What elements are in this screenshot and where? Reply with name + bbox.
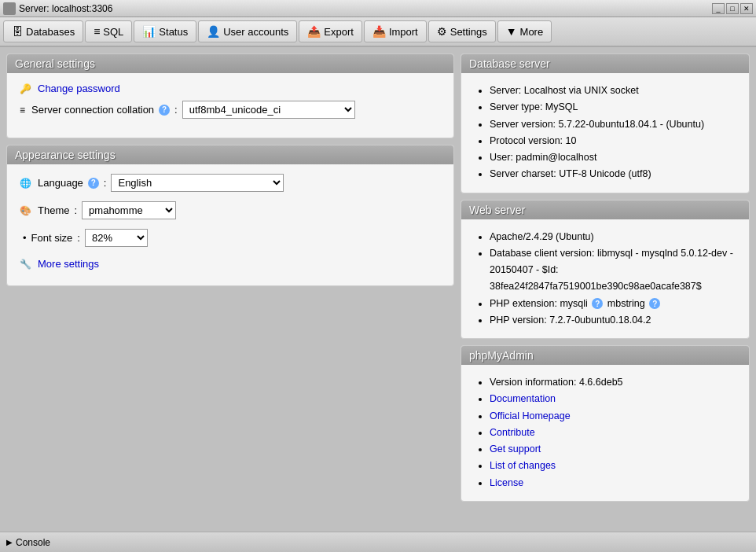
list-item: Documentation bbox=[490, 391, 736, 407]
collation-select[interactable]: utf8mb4_unicode_ci utf8_general_ci latin… bbox=[182, 101, 355, 119]
phpmyadmin-header: phpMyAdmin bbox=[461, 346, 749, 365]
nav-sql[interactable]: ≡ SQL bbox=[85, 20, 132, 42]
theme-select[interactable]: pmahomme original metro bbox=[82, 201, 176, 219]
main-content: General settings 🔑 Change password ≡ Ser… bbox=[0, 47, 756, 532]
database-server-section: Database server Server: Localhost via UN… bbox=[461, 53, 750, 193]
collation-help-icon[interactable]: ? bbox=[159, 105, 170, 116]
nav-more-label: More bbox=[520, 26, 544, 38]
web-server-header: Web server bbox=[461, 201, 749, 219]
phpmyadmin-body: Version information: 4.6.6deb5 Documenta… bbox=[461, 365, 749, 501]
list-item: License bbox=[490, 475, 736, 491]
key-icon: 🔑 bbox=[20, 83, 31, 94]
general-settings-body: 🔑 Change password ≡ Server connection co… bbox=[7, 73, 453, 138]
more-settings-link[interactable]: More settings bbox=[38, 258, 99, 270]
left-panel: General settings 🔑 Change password ≡ Ser… bbox=[6, 53, 454, 525]
appearance-settings-section: Appearance settings 🌐 Language ? : Engli… bbox=[6, 145, 454, 286]
web-server-list: Apache/2.4.29 (Ubuntu) Database client v… bbox=[474, 229, 736, 329]
db-icon bbox=[12, 25, 23, 38]
list-item: Server charset: UTF-8 Unicode (utf8) bbox=[490, 166, 736, 182]
web-server-title: Web server bbox=[469, 204, 525, 216]
nav-export[interactable]: 📤 Export bbox=[299, 20, 362, 42]
mbstring-help-icon[interactable]: ? bbox=[649, 298, 660, 309]
bullet: • bbox=[23, 232, 27, 244]
console-bar[interactable]: ▶ Console bbox=[0, 532, 756, 552]
official-homepage-link[interactable]: Official Homepage bbox=[490, 410, 571, 421]
nav-settings[interactable]: ⚙ Settings bbox=[428, 20, 496, 42]
phpmyadmin-section: phpMyAdmin Version information: 4.6.6deb… bbox=[461, 345, 750, 502]
sql-icon: ≡ bbox=[94, 25, 100, 38]
server-collation-icon: ≡ bbox=[20, 105, 25, 116]
wrench-icon: 🔧 bbox=[20, 259, 31, 270]
nav-more[interactable]: ▼ More bbox=[497, 20, 552, 42]
console-triangle-icon: ▶ bbox=[6, 538, 13, 546]
nav-import[interactable]: 📥 Import bbox=[364, 20, 427, 42]
settings-icon: ⚙ bbox=[437, 25, 447, 38]
list-item: PHP extension: mysqli ? mbstring ? bbox=[490, 296, 736, 312]
fontsize-label: Font size bbox=[31, 232, 73, 244]
fontsize-row: • Font size : 72% 82% 92% 100% 110% bbox=[23, 229, 441, 247]
language-row: 🌐 Language ? : English French German Spa… bbox=[20, 174, 441, 192]
window-controls: _ □ ✕ bbox=[712, 3, 753, 14]
web-server-section: Web server Apache/2.4.29 (Ubuntu) Databa… bbox=[461, 200, 750, 340]
language-help-icon[interactable]: ? bbox=[88, 178, 99, 189]
maximize-button[interactable]: □ bbox=[726, 3, 739, 14]
database-server-header: Database server bbox=[461, 54, 749, 73]
change-password-row: 🔑 Change password bbox=[20, 83, 441, 94]
minimize-button[interactable]: _ bbox=[712, 3, 725, 14]
list-item: Protocol version: 10 bbox=[490, 133, 736, 149]
theme-colon: : bbox=[74, 204, 77, 216]
database-server-body: Server: Localhost via UNIX socket Server… bbox=[461, 73, 749, 193]
status-icon: 📊 bbox=[142, 25, 156, 38]
close-button[interactable]: ✕ bbox=[740, 3, 753, 14]
language-select[interactable]: English French German Spanish bbox=[111, 174, 284, 192]
change-password-link[interactable]: Change password bbox=[38, 83, 120, 94]
theme-icon: 🎨 bbox=[20, 205, 31, 216]
general-settings-section: General settings 🔑 Change password ≡ Ser… bbox=[6, 53, 454, 138]
more-settings-row: 🔧 More settings bbox=[20, 258, 441, 270]
titlebar: Server: localhost:3306 _ □ ✕ bbox=[0, 0, 756, 17]
license-link[interactable]: License bbox=[490, 477, 523, 488]
globe-icon: 🌐 bbox=[20, 178, 31, 189]
nav-import-label: Import bbox=[389, 26, 418, 38]
fontsize-colon: : bbox=[77, 232, 80, 244]
console-label: Console bbox=[16, 537, 50, 548]
database-server-list: Server: Localhost via UNIX socket Server… bbox=[474, 83, 736, 183]
nav-status[interactable]: 📊 Status bbox=[134, 20, 196, 42]
list-item: Official Homepage bbox=[490, 408, 736, 425]
list-item: User: padmin@localhost bbox=[490, 149, 736, 166]
version-info: Version information: 4.6.6deb5 bbox=[490, 377, 623, 388]
theme-row: 🎨 Theme : pmahomme original metro bbox=[20, 201, 441, 219]
export-icon: 📤 bbox=[307, 25, 321, 38]
import-icon: 📥 bbox=[372, 25, 386, 38]
nav-user-accounts-label: User accounts bbox=[223, 26, 288, 38]
list-item: Get support bbox=[490, 441, 736, 458]
app-icon bbox=[3, 2, 16, 15]
web-server-body: Apache/2.4.29 (Ubuntu) Database client v… bbox=[461, 219, 749, 339]
language-label: Language bbox=[38, 177, 83, 189]
general-settings-header: General settings bbox=[7, 54, 453, 73]
titlebar-title: Server: localhost:3306 bbox=[19, 3, 112, 14]
mysqli-help-icon[interactable]: ? bbox=[592, 298, 603, 309]
list-item: Version information: 4.6.6deb5 bbox=[490, 374, 736, 391]
more-icon: ▼ bbox=[506, 25, 517, 38]
general-settings-title: General settings bbox=[15, 57, 95, 70]
list-of-changes-link[interactable]: List of changes bbox=[490, 460, 556, 471]
phpmyadmin-list: Version information: 4.6.6deb5 Documenta… bbox=[474, 374, 736, 491]
fontsize-select[interactable]: 72% 82% 92% 100% 110% bbox=[85, 229, 148, 247]
nav-sql-label: SQL bbox=[103, 26, 123, 38]
list-item: PHP version: 7.2.7-0ubuntu0.18.04.2 bbox=[490, 312, 736, 329]
nav-export-label: Export bbox=[324, 26, 354, 38]
collation-label: Server connection collation bbox=[31, 104, 154, 116]
nav-user-accounts[interactable]: 👤 User accounts bbox=[198, 20, 297, 42]
get-support-link[interactable]: Get support bbox=[490, 443, 541, 454]
language-colon: : bbox=[104, 177, 107, 189]
collation-separator: : bbox=[174, 104, 178, 116]
right-panel: Database server Server: Localhost via UN… bbox=[461, 53, 750, 525]
nav-databases[interactable]: Databases bbox=[3, 20, 83, 42]
nav-status-label: Status bbox=[159, 26, 188, 38]
list-item: Apache/2.4.29 (Ubuntu) bbox=[490, 229, 736, 245]
documentation-link[interactable]: Documentation bbox=[490, 393, 556, 404]
contribute-link[interactable]: Contribute bbox=[490, 427, 535, 438]
users-icon: 👤 bbox=[207, 25, 220, 38]
list-item: Database client version: libmysql - mysq… bbox=[490, 245, 736, 296]
